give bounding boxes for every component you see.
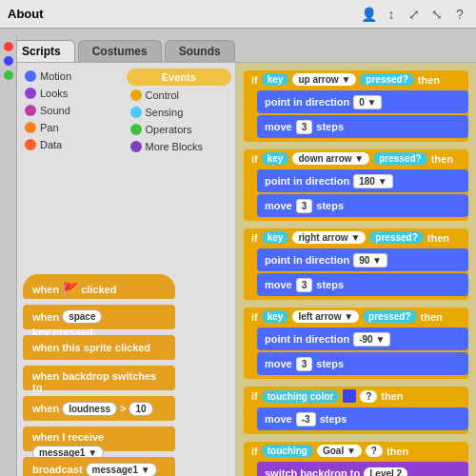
left-arrow-pill: left arrow ▼ <box>292 310 359 323</box>
move-steps-2[interactable]: move 3 steps <box>257 194 468 217</box>
then-label-6: then <box>387 446 408 457</box>
sprite-dot-2[interactable] <box>4 56 13 66</box>
key-pill-4: key <box>262 310 289 323</box>
cat-motion[interactable]: Motion <box>21 69 127 84</box>
if-color-header[interactable]: if touching color ? then <box>244 387 468 406</box>
block-when-key-label: when <box>32 311 59 323</box>
move-text-2: move <box>265 200 292 211</box>
cat-more-blocks[interactable]: More Blocks <box>127 139 232 154</box>
move-steps-5[interactable]: move -3 steps <box>257 407 468 430</box>
block-receive[interactable]: when I receive message1 ▼ <box>23 426 175 451</box>
shrink-icon[interactable]: ⤡ <box>428 6 446 23</box>
cat-looks[interactable]: Looks <box>21 86 127 101</box>
point-text-2: point in direction <box>265 175 349 187</box>
switch-text: switch backdrop to <box>265 467 360 476</box>
then-label-1: then <box>418 74 440 86</box>
if-left-body: point in direction -90 ▼ move 3 steps <box>257 327 468 375</box>
cat-pan[interactable]: Pan <box>21 120 127 135</box>
color-swatch <box>343 389 356 403</box>
if-down-body: point in direction 180 ▼ move 3 steps <box>257 169 468 217</box>
tab-sounds[interactable]: Sounds <box>165 40 235 62</box>
title-bar-icons: 👤 ↕ ⤢ ⤡ ? <box>360 6 468 23</box>
if-left-header[interactable]: if key left arrow ▼ pressed? then <box>244 307 468 326</box>
person-icon[interactable]: 👤 <box>360 6 377 23</box>
cat-col-left: Motion Looks Sound Pan <box>21 69 127 267</box>
pressed-pill-4: pressed? <box>363 310 416 323</box>
cat-sensing[interactable]: Sensing <box>127 105 232 120</box>
cat-col-right: Events Control Sensing Operators <box>127 69 232 267</box>
move-steps-4[interactable]: move 3 steps <box>257 352 468 375</box>
cat-more-blocks-label: More Blocks <box>146 141 204 152</box>
if-right-header[interactable]: if key right arrow ▼ pressed? then <box>244 228 468 247</box>
if-left-arrow: if key left arrow ▼ pressed? then point … <box>244 307 468 379</box>
question-pill-2: ? <box>366 445 383 457</box>
cat-motion-label: Motion <box>40 70 71 82</box>
point-dir-4[interactable]: point in direction -90 ▼ <box>257 327 468 350</box>
move-steps-3[interactable]: move 3 steps <box>257 273 468 296</box>
question-pill: ? <box>360 390 377 403</box>
if-up-header[interactable]: if key up arrow ▼ pressed? then <box>244 70 468 89</box>
tab-scripts[interactable]: Scripts <box>8 40 75 62</box>
cat-control[interactable]: Control <box>127 88 232 103</box>
point-text-4: point in direction <box>265 333 349 345</box>
block-sprite-clicked[interactable]: when this sprite clicked <box>23 335 175 360</box>
dir-val-2: 180 ▼ <box>353 174 392 188</box>
cat-data[interactable]: Data <box>21 137 127 152</box>
motion-dot <box>25 70 36 82</box>
cat-events-label: Events <box>162 71 196 83</box>
content-area: Motion Looks Sound Pan <box>0 63 476 476</box>
move-val-5: -3 <box>296 412 316 426</box>
left-panel: Motion Looks Sound Pan <box>17 63 236 476</box>
pressed-pill-2: pressed? <box>373 152 426 165</box>
receive-text: when I receive <box>32 431 104 443</box>
sensing-dot <box>130 107 142 118</box>
title-bar: About 👤 ↕ ⤢ ⤡ ? <box>0 0 476 29</box>
if-up-body: point in direction 0 ▼ move 3 steps <box>257 90 468 138</box>
point-dir-2[interactable]: point in direction 180 ▼ <box>257 169 468 192</box>
steps-text-4: steps <box>316 358 344 369</box>
loudness-op: > <box>120 403 126 414</box>
help-icon[interactable]: ? <box>451 6 468 23</box>
tab-costumes[interactable]: Costumes <box>78 40 162 62</box>
operators-dot <box>130 124 142 135</box>
down-arrow-pill: down arrow ▼ <box>292 152 369 165</box>
cat-events[interactable]: Events <box>127 69 232 86</box>
loudness-when: when <box>32 403 59 414</box>
if-label-6: if <box>251 446 258 457</box>
right-panel: if key up arrow ▼ pressed? then point in… <box>236 63 476 476</box>
key-pill-3: key <box>262 231 289 244</box>
cat-operators[interactable]: Operators <box>127 122 232 137</box>
cat-control-label: Control <box>146 89 179 101</box>
if-goal-body: switch backdrop to Level 2 <box>257 462 468 476</box>
broadcast-pill: message1 ▼ <box>86 463 157 477</box>
block-when-label: when <box>32 284 59 295</box>
cat-sensing-label: Sensing <box>146 107 184 118</box>
point-text-3: point in direction <box>265 254 349 266</box>
fullscreen-icon[interactable]: ⤢ <box>406 6 423 23</box>
if-down-header[interactable]: if key down arrow ▼ pressed? then <box>244 149 468 168</box>
sprite-dot-3[interactable] <box>4 70 13 80</box>
move-text-3: move <box>265 279 292 290</box>
flag-icon: 🚩 <box>62 282 78 297</box>
arrow-icon[interactable]: ↕ <box>383 6 400 23</box>
point-dir-3[interactable]: point in direction 90 ▼ <box>257 248 468 271</box>
block-backdrop-switch[interactable]: when backdrop switches to Level1 <box>23 366 175 390</box>
loudness-pill: loudness <box>62 402 117 416</box>
key-pill-1: key <box>262 73 289 86</box>
touching-pill: touching <box>262 445 313 457</box>
block-loudness[interactable]: when loudness > 10 <box>23 396 175 421</box>
if-goal-header[interactable]: if touching Goal ▼ ? then <box>244 442 468 460</box>
block-when-flag[interactable]: when 🚩 clicked <box>23 274 175 299</box>
point-dir-1[interactable]: point in direction 0 ▼ <box>257 90 468 113</box>
block-broadcast[interactable]: broadcast message1 ▼ <box>23 457 175 476</box>
up-arrow-pill: up arrow ▼ <box>292 73 356 86</box>
level2-pill: Level 2 <box>364 467 407 477</box>
switch-backdrop[interactable]: switch backdrop to Level 2 <box>257 462 468 476</box>
pressed-pill-3: pressed? <box>369 231 423 244</box>
block-key-pressed[interactable]: when space key pressed <box>23 305 175 329</box>
move-steps-1[interactable]: move 3 steps <box>257 115 468 138</box>
then-label-2: then <box>431 153 453 165</box>
pressed-pill-1: pressed? <box>360 73 413 86</box>
cat-sound[interactable]: Sound <box>21 103 127 118</box>
sprite-dot-1[interactable] <box>4 42 13 51</box>
